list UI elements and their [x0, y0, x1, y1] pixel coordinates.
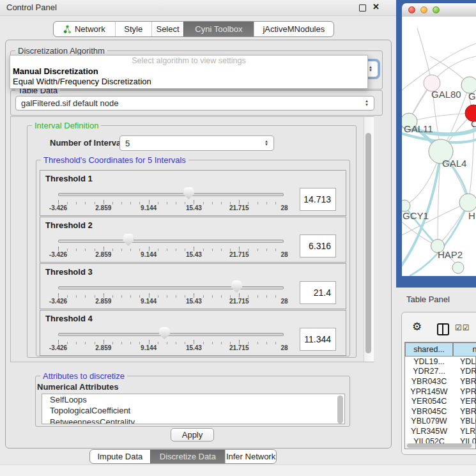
table-row[interactable]: YIL052CYIL0 [405, 436, 476, 443]
checkbox-icons[interactable]: ☑☑ [455, 323, 470, 332]
slider-ticks [58, 293, 284, 298]
gear-icon[interactable]: ⚙ [412, 321, 422, 332]
list-item[interactable]: BetweennessCentrality [42, 417, 344, 424]
vertical-scrollbar-thumb[interactable] [365, 133, 371, 353]
column-header-name[interactable]: na [453, 342, 476, 357]
column-header-shared-name[interactable]: shared... [405, 342, 453, 357]
table-panel-title: Table Panel [406, 295, 450, 304]
slider-track[interactable] [58, 193, 284, 196]
slider-track[interactable] [58, 333, 284, 336]
threshold-4-slider[interactable] [58, 330, 284, 339]
combo-stepper-icon[interactable]: ▲▼ [365, 100, 369, 107]
node-label: GAL11 [404, 123, 433, 134]
table-header-row: shared... na [405, 342, 476, 357]
tab-impute-data[interactable]: Impute Data [90, 450, 150, 463]
tab-infer-network[interactable]: Infer Network [225, 450, 276, 463]
threshold-3-slider[interactable] [58, 284, 284, 293]
network-node[interactable] [452, 262, 464, 273]
slider-thumb[interactable] [159, 327, 170, 339]
list-item[interactable]: TopologicalCoefficient [42, 405, 344, 416]
control-panel-titlebar: Control Panel ✕ [0, 0, 396, 16]
tab-network[interactable]: Network [54, 22, 115, 36]
table-row[interactable]: YER054CYER0 [405, 396, 476, 406]
table-data-combobox[interactable]: galFiltered.sif default node ▲▼ [15, 96, 374, 111]
float-window-icon[interactable] [359, 4, 366, 12]
threshold-2-label: Threshold 2 [45, 220, 93, 230]
node-label: H [468, 210, 475, 221]
slider-thumb[interactable] [183, 187, 194, 199]
bottom-tab-bar: Impute Data Discretize Data Infer Networ… [89, 449, 277, 464]
combo-stepper-icon[interactable]: ▲▼ [265, 140, 268, 147]
num-intervals-value: 5 [125, 139, 130, 148]
table-rows: YDL19...YDL1 YDR27...YDR2 YBR043CYBR0 YP… [405, 357, 476, 443]
algorithm-option-equal-width[interactable]: Equal Width/Frequency Discretization [10, 77, 367, 87]
threshold-1-value-field[interactable]: 14.713 [300, 188, 336, 211]
screen: Control Panel ✕ Network Style Select Cyn… [0, 0, 476, 476]
slider-tick-labels: -3.4262.859 9.14415.43 21.71528 [58, 298, 284, 305]
list-item[interactable]: SelfLoops [42, 394, 344, 405]
table-row[interactable]: YBL079WYBL0 [405, 417, 476, 427]
slider-tick-labels: -3.4262.859 9.14415.43 21.71528 [58, 344, 284, 352]
bottom-strip [0, 464, 476, 476]
network-node[interactable] [459, 194, 476, 211]
threshold-2-value-field[interactable]: 6.316 [300, 234, 336, 257]
slider-track[interactable] [58, 286, 284, 289]
threshold-3-label: Threshold 3 [45, 267, 93, 277]
num-intervals-combobox[interactable]: 5 ▲▼ [119, 135, 274, 151]
horizontal-scrollbar-thumb[interactable] [407, 443, 472, 448]
algorithm-dropdown-popup: Select algorithm to view settings Manual… [10, 55, 368, 89]
tab-style[interactable]: Style [115, 22, 151, 36]
attributes-group-title: Attributes to discretize [40, 371, 127, 381]
table-row[interactable]: YDL19...YDL1 [405, 357, 476, 367]
threshold-2-panel: Threshold 2 -3.4262.859 9.14415.43 21.71… [40, 217, 346, 263]
node-label: C [471, 118, 476, 129]
split-columns-icon[interactable] [437, 323, 449, 335]
threshold-4-label: Threshold 4 [45, 314, 93, 323]
slider-tick-labels: -3.4262.859 9.14415.43 21.71528 [58, 204, 284, 212]
minimize-traffic-light-icon[interactable] [420, 6, 427, 13]
threshold-1-slider[interactable] [58, 190, 284, 199]
top-tab-bar: Network Style Select Cyni Toolbox jActiv… [53, 21, 334, 37]
slider-thumb[interactable] [123, 234, 134, 246]
zoom-traffic-light-icon[interactable] [433, 6, 440, 13]
list-scrollbar-thumb[interactable] [337, 395, 343, 424]
table-row[interactable]: YLR345WYLR3 [405, 426, 476, 436]
thresholds-group-title: Threshold's Coordinates for 5 Intervals [41, 155, 188, 165]
slider-thumb[interactable] [231, 280, 242, 293]
slider-ticks [58, 200, 284, 204]
table-data-value: galFiltered.sif default node [21, 98, 118, 108]
slider-tick-labels: -3.4262.859 9.14415.43 21.71528 [58, 251, 284, 259]
table-row[interactable]: YBR045CYBR0 [405, 406, 476, 417]
interval-definition-title: Interval Definition [32, 121, 101, 130]
node-attribute-table[interactable]: shared... na YDL19...YDL1 YDR27...YDR2 Y… [404, 342, 476, 449]
tab-select[interactable]: Select [151, 22, 183, 36]
network-window-titlebar[interactable] [402, 3, 476, 17]
tab-cyni-toolbox[interactable]: Cyni Toolbox [183, 22, 254, 36]
tab-discretize-data[interactable]: Discretize Data [150, 450, 225, 463]
attributes-list[interactable]: SelfLoops TopologicalCoefficient Between… [42, 394, 345, 424]
threshold-3-value-field[interactable]: 21.4 [300, 281, 336, 304]
numerical-attributes-label: Numerical Attributes [37, 382, 118, 392]
node-label: HAP2 [438, 249, 463, 260]
threshold-3-panel: Threshold 3 -3.4262.859 9.14415.43 21.71… [40, 263, 346, 309]
slider-ticks [58, 340, 284, 344]
threshold-1-label: Threshold 1 [45, 174, 93, 183]
network-canvas[interactable]: GAL80 GA C GAL11 GAL4 GCY1 H HAP2 [402, 17, 476, 276]
algorithm-section-title: Discretization Algorithm [15, 46, 107, 56]
table-row[interactable]: YBR043CYBR0 [405, 376, 476, 387]
combo-stepper-icon[interactable]: ▲▼ [369, 66, 372, 73]
slider-track[interactable] [58, 240, 284, 243]
node-label: GAL4 [442, 158, 466, 169]
table-row[interactable]: YPR145WYPR1 [405, 387, 476, 397]
apply-button[interactable]: Apply [171, 428, 214, 441]
threshold-4-value-field[interactable]: 11.344 [300, 328, 336, 351]
threshold-1-panel: Threshold 1 -3.4262.859 9.14415.43 21.71… [40, 170, 346, 216]
close-icon[interactable]: ✕ [372, 2, 380, 12]
slider-ticks [58, 247, 284, 251]
horizontal-scrollbar[interactable] [406, 443, 475, 448]
tab-jactivemnodules[interactable]: jActiveMNodules [254, 22, 334, 36]
close-traffic-light-icon[interactable] [408, 6, 415, 13]
algorithm-option-manual[interactable]: Manual Discretization [10, 66, 367, 77]
threshold-2-slider[interactable] [58, 237, 284, 246]
table-row[interactable]: YDR27...YDR2 [405, 367, 476, 377]
